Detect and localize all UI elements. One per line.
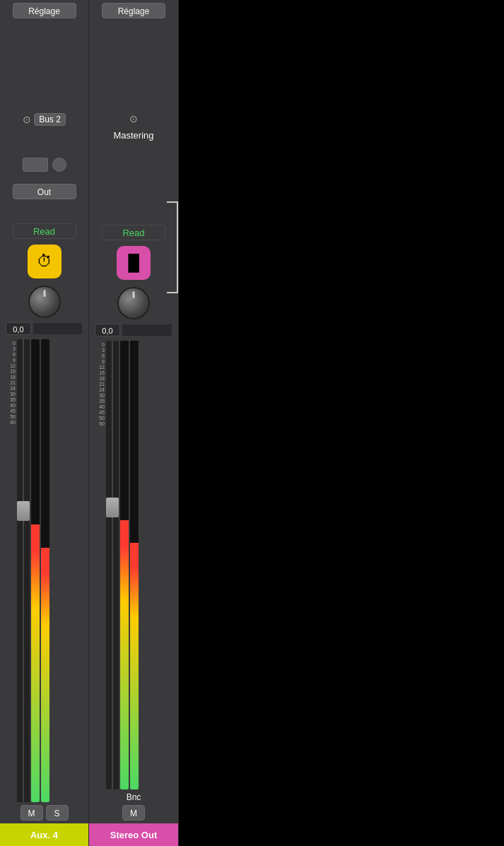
bracket-stereo-out bbox=[167, 201, 178, 293]
mute-button-stereo-out[interactable]: M bbox=[122, 805, 145, 821]
channel-label-bar-stereo-out: Stereo Out bbox=[89, 823, 178, 846]
channel-strip-aux4: Réglage ⊙ Bus 2 Out Read ⏱ bbox=[0, 0, 89, 846]
plugin-icon-aux4[interactable]: ⏱ bbox=[28, 245, 61, 278]
meter-fill-right-aux4 bbox=[41, 548, 49, 802]
spacer2-stereo-out bbox=[89, 202, 178, 223]
channel-label-text-aux4: Aux. 4 bbox=[30, 830, 58, 840]
fader-track-aux4[interactable] bbox=[17, 339, 30, 802]
send-row-aux4: ⊙ Bus 2 bbox=[23, 113, 66, 126]
fader-section-aux4: 0 3 6 9 12 15 18 21 24 30 35 40 45 50 60 bbox=[0, 336, 88, 802]
meter-scale-left-aux4: 0 3 6 9 12 15 18 21 24 30 35 40 45 50 60 bbox=[1, 339, 16, 802]
fader-section-stereo-out: 0 3 6 9 12 15 18 21 24 30 35 40 45 50 60 bbox=[89, 338, 178, 789]
meter-fill-right-stereo-out bbox=[130, 543, 139, 789]
mixer-area: Réglage ⊙ Bus 2 Out Read ⏱ bbox=[0, 0, 179, 846]
volume-row-aux4: 0,0 bbox=[0, 322, 88, 335]
plugin-area-aux4 bbox=[0, 18, 88, 110]
bottom-buttons-stereo-out: Bnc M bbox=[89, 789, 178, 823]
plugin-icon-stereo-out[interactable]: ▐▌ bbox=[117, 246, 151, 280]
reglage-button-stereo-out[interactable]: Réglage bbox=[102, 3, 165, 18]
meter-fill-left-aux4 bbox=[31, 524, 40, 802]
plugin-area-stereo-out bbox=[89, 18, 178, 110]
meter-bars-right-aux4 bbox=[41, 339, 49, 802]
bottom-buttons-aux4: M S bbox=[0, 802, 88, 823]
read-button-stereo-out[interactable]: Read bbox=[102, 225, 165, 240]
channel-name-area-stereo-out: Mastering bbox=[89, 124, 178, 146]
fader-line-aux4 bbox=[23, 339, 24, 802]
eq-circle-aux4[interactable] bbox=[52, 158, 66, 172]
fader-track-stereo-out[interactable] bbox=[106, 341, 119, 789]
solo-button-aux4[interactable]: S bbox=[46, 805, 69, 821]
volume-row-stereo-out: 0,0 bbox=[89, 324, 178, 336]
volume-value-aux4[interactable]: 0,0 bbox=[6, 322, 31, 335]
link-icon-stereo-out: ⊙ bbox=[129, 113, 138, 124]
eq-section-stereo-out bbox=[89, 146, 178, 181]
out-button-aux4[interactable]: Out bbox=[13, 184, 76, 199]
link-icon-aux4: ⊙ bbox=[23, 114, 31, 125]
pan-knob-stereo-out[interactable] bbox=[117, 287, 150, 319]
meter-bars-left-aux4 bbox=[31, 339, 40, 802]
volume-extra-stereo-out bbox=[122, 324, 172, 336]
send-row-stereo-out: ⊙ bbox=[129, 113, 138, 124]
meter-bars-left-stereo-out bbox=[120, 341, 129, 789]
channel-strip-stereo-out: Réglage ⊙ Mastering Read ▐▌ 0, bbox=[89, 0, 179, 846]
channel-label-bar-aux4: Aux. 4 bbox=[0, 823, 88, 846]
read-button-aux4[interactable]: Read bbox=[13, 223, 76, 239]
fader-line-stereo-out bbox=[112, 341, 113, 789]
pan-knob-aux4[interactable] bbox=[28, 286, 61, 318]
channel-name-stereo-out: Mastering bbox=[113, 130, 153, 141]
mute-button-aux4[interactable]: M bbox=[20, 805, 43, 821]
channel-name-area-aux4 bbox=[0, 126, 88, 147]
bnc-label-stereo-out: Bnc bbox=[127, 792, 141, 802]
spacer1-stereo-out bbox=[89, 181, 178, 202]
plugin-icon-symbol-stereo-out: ▐▌ bbox=[122, 254, 144, 272]
volume-value-stereo-out[interactable]: 0,0 bbox=[95, 324, 120, 336]
volume-extra-aux4 bbox=[33, 322, 83, 335]
bus-label-aux4[interactable]: Bus 2 bbox=[34, 113, 66, 126]
reglage-button-aux4[interactable]: Réglage bbox=[13, 3, 76, 18]
spacer-aux4 bbox=[0, 201, 88, 222]
fader-handle-stereo-out[interactable] bbox=[106, 498, 119, 517]
meter-bars-right-stereo-out bbox=[130, 341, 139, 789]
plugin-icon-symbol-aux4: ⏱ bbox=[37, 252, 52, 271]
eq-btn1-aux4[interactable] bbox=[23, 158, 48, 172]
fader-handle-aux4[interactable] bbox=[17, 501, 30, 521]
eq-section-aux4 bbox=[0, 147, 88, 182]
channel-label-text-stereo-out: Stereo Out bbox=[110, 830, 157, 840]
black-area bbox=[179, 0, 504, 846]
meter-fill-left-stereo-out bbox=[120, 520, 129, 789]
meter-scale-left-stereo-out: 0 3 6 9 12 15 18 21 24 30 35 40 45 50 60 bbox=[90, 341, 105, 789]
